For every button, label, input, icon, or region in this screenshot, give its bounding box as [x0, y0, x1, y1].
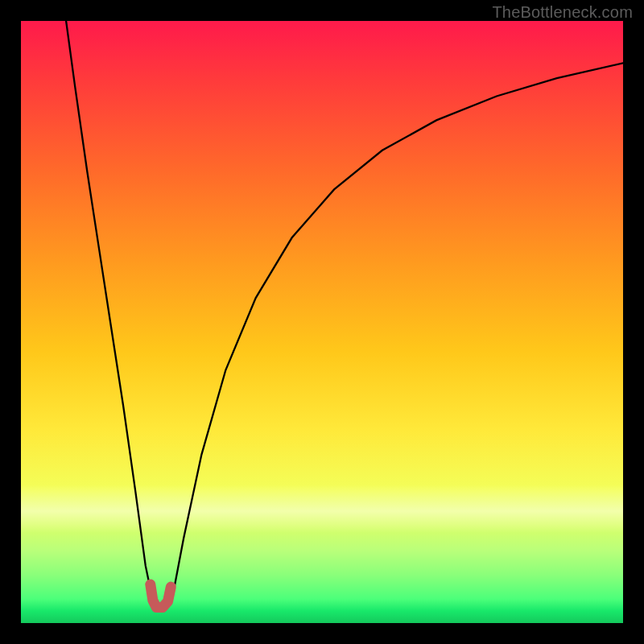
watermark-text: TheBottleneck.com: [492, 3, 633, 22]
right-branch-curve: [167, 63, 623, 606]
left-branch-curve: [66, 21, 158, 607]
bottleneck-marker: [151, 584, 171, 608]
chart-frame: TheBottleneck.com: [0, 0, 644, 644]
plot-area: [21, 21, 623, 623]
curve-layer: [21, 21, 623, 623]
